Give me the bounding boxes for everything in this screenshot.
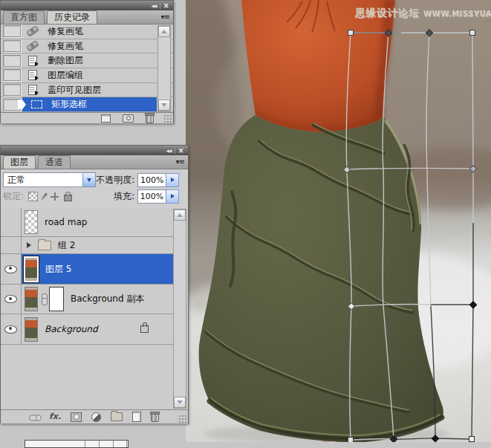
skirt-shape [199, 115, 443, 440]
lock-transparency-icon[interactable] [28, 192, 38, 201]
lock-buttons [28, 191, 72, 201]
tab-history[interactable]: 历史记录 [47, 10, 97, 24]
opacity-spinner-icon[interactable] [166, 173, 179, 187]
history-source-well[interactable] [3, 84, 21, 96]
layer-thumbnail[interactable] [25, 317, 38, 342]
delete-layer-icon[interactable] [151, 413, 159, 422]
scroll-up-icon[interactable] [174, 210, 186, 221]
history-list: 修复画笔 修复画笔 删除图层 图层编组 盖印可见图层 [1, 25, 173, 112]
tab-channels[interactable]: 通道 [38, 155, 71, 169]
visibility-toggle[interactable] [1, 254, 22, 284]
watermark-site-url: www.missyuan.com [423, 10, 491, 18]
tab-histogram[interactable]: 直方图 [3, 10, 45, 24]
lock-paint-icon[interactable] [41, 192, 48, 200]
layer-style-icon[interactable]: fx. [49, 412, 61, 421]
history-row[interactable]: 修复画笔 [1, 39, 173, 54]
handle-top-left[interactable] [348, 30, 354, 36]
cutoff-panel [25, 440, 129, 448]
watermark: 思缘设计论坛 www.missyuan.com [355, 5, 489, 20]
expand-group-icon[interactable] [27, 242, 31, 248]
history-panel: ◀◀ × 直方图 历史记录 ▾≡ 修复画笔 修复画笔 删除图层 [0, 0, 174, 123]
cutoff-divider [99, 441, 100, 447]
history-source-well[interactable] [3, 25, 21, 37]
photoshop-workspace: 思缘设计论坛 www.missyuan.com ◀◀ × 直方图 历史记录 ▾≡… [0, 0, 491, 448]
layer-mask-thumbnail[interactable] [49, 287, 64, 311]
history-tabs: 直方图 历史记录 ▾≡ [1, 10, 173, 25]
rect-marquee-icon [26, 100, 47, 108]
layers-footer: fx. [1, 409, 188, 423]
add-layer-mask-icon[interactable] [71, 412, 82, 422]
layers-scrollbar[interactable] [173, 209, 186, 409]
close-panel-icon[interactable]: × [163, 1, 169, 10]
titlebar-divider [160, 2, 160, 9]
new-snapshot-icon[interactable] [123, 114, 134, 123]
lock-label: 锁定: [3, 190, 24, 203]
history-row[interactable]: 图层编组 [1, 68, 173, 83]
cutoff-divider [113, 441, 114, 447]
cutoff-divider [85, 441, 85, 447]
handle-bottom-left[interactable] [348, 438, 354, 443]
visibility-toggle[interactable] [1, 208, 22, 236]
scroll-up-icon[interactable] [158, 26, 170, 37]
opacity-input[interactable]: 100% [137, 173, 166, 187]
history-source-well[interactable] [3, 40, 21, 52]
layer-row-layer-5[interactable]: 图层 5 [1, 254, 175, 285]
panel-menu-icon[interactable]: ▾≡ [161, 13, 169, 21]
history-state-pointer-icon[interactable] [18, 100, 26, 109]
healing-brush-icon [22, 28, 43, 34]
new-layer-icon[interactable] [132, 412, 141, 422]
close-panel-icon[interactable]: × [178, 146, 184, 155]
visibility-toggle[interactable] [1, 314, 22, 344]
scroll-down-icon[interactable] [158, 100, 170, 111]
layer-row-background-copy[interactable]: Background 副本 [1, 285, 175, 314]
photo-canvas[interactable]: 思缘设计论坛 www.missyuan.com [186, 0, 491, 442]
layer-row-road-map[interactable]: road map [1, 208, 175, 237]
lock-position-icon[interactable] [51, 192, 59, 201]
layer-row-group-2[interactable]: 组 2 [1, 237, 175, 254]
layer-row-background[interactable]: Background [1, 314, 175, 345]
history-footer [1, 112, 173, 123]
layer-thumbnail[interactable] [25, 287, 38, 311]
group-folder-icon [38, 241, 51, 250]
visibility-toggle[interactable] [1, 237, 22, 253]
collapse-panel-icon[interactable]: ◀◀ [151, 1, 156, 10]
eye-icon [4, 265, 17, 273]
eye-icon [4, 325, 17, 334]
tab-layers[interactable]: 图层 [3, 155, 36, 169]
panel-resize-grip[interactable] [178, 415, 186, 423]
layers-panel: ◀◀ × 图层 通道 ▾≡ 正常 不透明度: 100% 锁定: [0, 145, 189, 423]
adjustment-layer-icon[interactable] [91, 412, 101, 422]
history-source-well[interactable] [3, 55, 21, 67]
delete-state-icon[interactable] [146, 114, 154, 123]
collapse-panel-icon[interactable]: ◀◀ [166, 146, 171, 155]
fill-label: 填充: [114, 190, 134, 203]
panel-resize-grip[interactable] [163, 114, 172, 123]
link-mask-icon[interactable] [41, 293, 47, 305]
fill-input[interactable]: 100% [137, 189, 166, 204]
watermark-site-name: 思缘设计论坛 [355, 7, 420, 19]
history-row-selected[interactable]: 矩形选框 [1, 97, 173, 112]
handle-top-right[interactable] [470, 30, 475, 36]
layer-thumbnail[interactable] [25, 210, 38, 234]
background-lock-icon [140, 325, 149, 333]
history-scrollbar[interactable] [157, 25, 171, 111]
layer-operation-icon [22, 70, 43, 80]
history-source-well[interactable] [3, 69, 21, 81]
fill-spinner-icon[interactable] [166, 189, 179, 204]
history-row[interactable]: 删除图层 [1, 53, 173, 68]
history-row[interactable]: 盖印可见图层 [1, 83, 173, 98]
scroll-down-icon[interactable] [174, 397, 186, 408]
layers-controls: 正常 不透明度: 100% 锁定: 填充: 100% [1, 169, 188, 208]
history-row[interactable]: 修复画笔 [1, 25, 173, 39]
blend-mode-select[interactable]: 正常 [3, 172, 96, 187]
new-group-icon[interactable] [111, 412, 123, 421]
visibility-toggle[interactable] [1, 285, 22, 314]
chevron-down-icon[interactable] [82, 173, 95, 186]
layer-thumbnail[interactable] [24, 256, 39, 282]
panel-menu-icon[interactable]: ▾≡ [176, 158, 184, 166]
handle-bottom-right[interactable] [469, 437, 475, 442]
opacity-label: 不透明度: [96, 174, 134, 186]
link-layers-icon[interactable] [32, 414, 42, 420]
new-document-from-state-icon[interactable] [101, 114, 111, 123]
lock-all-icon[interactable] [64, 195, 72, 201]
